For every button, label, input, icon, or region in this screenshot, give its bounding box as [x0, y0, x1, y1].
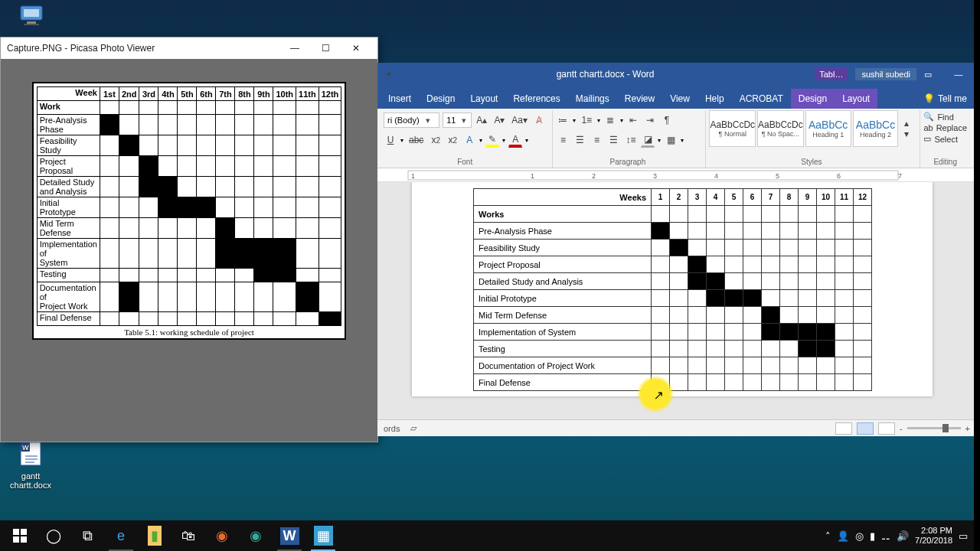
minimize-button[interactable]: — — [279, 40, 310, 57]
taskbar-picasa[interactable]: ▦ — [306, 520, 340, 551]
word-titlebar[interactable]: ▾ gantt chartt.docx - Word Tabl… sushil … — [377, 63, 976, 86]
web-layout-button[interactable] — [878, 422, 895, 435]
tab-references[interactable]: References — [505, 89, 567, 109]
ruler[interactable]: 1 1 2 3 4 5 6 7 — [377, 168, 976, 182]
font-name-combo[interactable]: ri (Body)▾ — [384, 112, 439, 128]
qa-dropdown-icon[interactable]: ▾ — [382, 67, 396, 82]
status-spellcheck-icon[interactable]: ▱ — [410, 423, 416, 433]
tray-clock[interactable]: 2:08 PM 7/20/2018 — [915, 526, 952, 546]
zoom-in-button[interactable]: + — [965, 424, 970, 433]
tray-wifi-icon[interactable]: ⚋ — [881, 530, 890, 542]
desktop-icon-gantt-doc[interactable]: W gantt chartt.docx — [6, 441, 55, 490]
line-spacing-icon[interactable]: ↕≡ — [623, 132, 638, 148]
tray-notifications-icon[interactable]: ▭ — [959, 530, 968, 542]
tray-location-icon[interactable]: ◎ — [855, 530, 864, 542]
word-minimize-button[interactable]: — — [946, 70, 972, 79]
style-heading 2[interactable]: AaBbCcHeading 2 — [853, 110, 899, 147]
zoom-out-button[interactable]: - — [900, 424, 903, 433]
justify-icon[interactable]: ☰ — [606, 132, 620, 148]
maximize-button[interactable]: ☐ — [310, 40, 341, 57]
taskbar-chrome[interactable]: ◉ — [239, 520, 273, 551]
svg-rect-1 — [24, 9, 39, 17]
desktop-icon-this-pc[interactable] — [9, 3, 58, 31]
bullets-icon[interactable]: ≔ — [556, 112, 570, 128]
search-button[interactable]: ◯ — [37, 520, 70, 551]
tab-mailings[interactable]: Mailings — [568, 89, 617, 109]
numbering-icon[interactable]: 1≡ — [579, 112, 594, 128]
tray-chevron-icon[interactable]: ˄ — [825, 530, 831, 542]
tab-design[interactable]: Design — [419, 89, 462, 109]
increase-indent-icon[interactable]: ⇥ — [643, 112, 657, 128]
svg-text:4: 4 — [714, 172, 718, 180]
tell-me-button[interactable]: 💡Tell me — [917, 89, 973, 109]
subscript-icon[interactable]: x2 — [429, 132, 443, 148]
align-right-icon[interactable]: ≡ — [590, 132, 603, 148]
gantt-table-word[interactable]: Weeks123456789101112WorksPre-Analysis Ph… — [473, 188, 872, 391]
tab-table-layout[interactable]: Layout — [835, 89, 877, 109]
show-paragraph-icon[interactable]: ¶ — [660, 112, 674, 128]
tab-help[interactable]: Help — [697, 89, 732, 109]
tab-view[interactable]: View — [662, 89, 697, 109]
taskbar-firefox[interactable]: ◉ — [205, 520, 239, 551]
picasa-window: Capture.PNG - Picasa Photo Viewer — ☐ ✕ … — [0, 37, 378, 442]
zoom-slider[interactable] — [907, 427, 961, 429]
taskbar[interactable]: ◯ ⧉ e ▮ 🛍 ◉ ◉ W ▦ ˄ 👤 ◎ ▮ ⚋ 🔊 2:08 PM 7/… — [0, 520, 974, 551]
picasa-image: Week1st2nd3rd4th5th6th7th8th9th10th11th1… — [32, 82, 347, 340]
multilevel-icon[interactable]: ≣ — [603, 112, 617, 128]
style-¶ normal[interactable]: AaBbCcDc¶ Normal — [709, 110, 756, 147]
picasa-titlebar[interactable]: Capture.PNG - Picasa Photo Viewer — ☐ ✕ — [1, 37, 377, 59]
tab-layout[interactable]: Layout — [462, 89, 505, 109]
style-heading 1[interactable]: AaBbCcHeading 1 — [805, 110, 851, 147]
strikethrough-icon[interactable]: abc — [407, 132, 426, 148]
replace-button[interactable]: abReplace — [923, 123, 967, 132]
replace-icon: ab — [923, 123, 933, 132]
font-color-icon[interactable]: A — [508, 132, 522, 148]
align-center-icon[interactable]: ☰ — [573, 132, 586, 148]
font-size-combo[interactable]: 11▾ — [443, 112, 472, 128]
style-¶ no spac...[interactable]: AaBbCcDc¶ No Spac... — [757, 110, 804, 147]
taskbar-explorer[interactable]: ▮ — [138, 520, 172, 551]
tab-insert[interactable]: Insert — [381, 89, 419, 109]
taskview-button[interactable]: ⧉ — [70, 520, 104, 551]
status-words[interactable]: ords — [384, 424, 400, 433]
decrease-indent-icon[interactable]: ⇤ — [626, 112, 640, 128]
styles-gallery[interactable]: AaBbCcDc¶ NormalAaBbCcDc¶ No Spac...AaBb… — [709, 110, 913, 147]
document-area[interactable]: Weeks123456789101112WorksPre-Analysis Ph… — [377, 182, 976, 419]
svg-text:6: 6 — [837, 172, 841, 180]
select-button[interactable]: ▭Select — [923, 134, 967, 144]
clear-format-icon[interactable]: A̷ — [532, 112, 546, 128]
svg-text:2: 2 — [592, 172, 596, 180]
table-tools-context-label: Tabl… — [815, 68, 848, 80]
align-left-icon[interactable]: ≡ — [556, 132, 570, 148]
shading-icon[interactable]: ◪ — [641, 132, 655, 148]
taskbar-edge[interactable]: e — [104, 520, 138, 551]
grow-font-icon[interactable]: A▴ — [475, 112, 489, 128]
taskbar-store[interactable]: 🛍 — [172, 520, 205, 551]
change-case-icon[interactable]: Aa▾ — [510, 112, 529, 128]
find-button[interactable]: 🔍Find — [923, 112, 967, 122]
styles-more-icon[interactable]: ▴▾ — [900, 110, 913, 147]
superscript-icon[interactable]: x2 — [446, 132, 459, 148]
borders-icon[interactable]: ▦ — [664, 132, 678, 148]
ribbon-display-icon[interactable]: ▭ — [924, 70, 932, 80]
ribbon-group-paragraph-label: Paragraph — [556, 158, 699, 168]
ribbon-group-editing-label: Editing — [923, 158, 967, 168]
tab-acrobat[interactable]: ACROBAT — [732, 89, 791, 109]
read-mode-button[interactable] — [835, 422, 852, 435]
start-button[interactable] — [3, 520, 37, 551]
page[interactable]: Weeks123456789101112WorksPre-Analysis Ph… — [412, 182, 933, 396]
svg-rect-19 — [13, 529, 19, 535]
word-window: ▾ gantt chartt.docx - Word Tabl… sushil … — [377, 63, 976, 436]
tab-review[interactable]: Review — [617, 89, 662, 109]
taskbar-word[interactable]: W — [273, 520, 306, 551]
close-button[interactable]: ✕ — [341, 40, 371, 57]
shrink-font-icon[interactable]: A▾ — [492, 112, 507, 128]
text-effects-icon[interactable]: A — [462, 132, 476, 148]
highlight-icon[interactable]: ✎ — [485, 132, 499, 148]
tray-people-icon[interactable]: 👤 — [837, 530, 849, 542]
tab-table-design[interactable]: Design — [791, 89, 835, 109]
tray-battery-icon[interactable]: ▮ — [870, 530, 875, 542]
print-layout-button[interactable] — [857, 422, 874, 435]
tray-volume-icon[interactable]: 🔊 — [897, 530, 909, 542]
underline-icon[interactable]: U — [384, 132, 397, 148]
